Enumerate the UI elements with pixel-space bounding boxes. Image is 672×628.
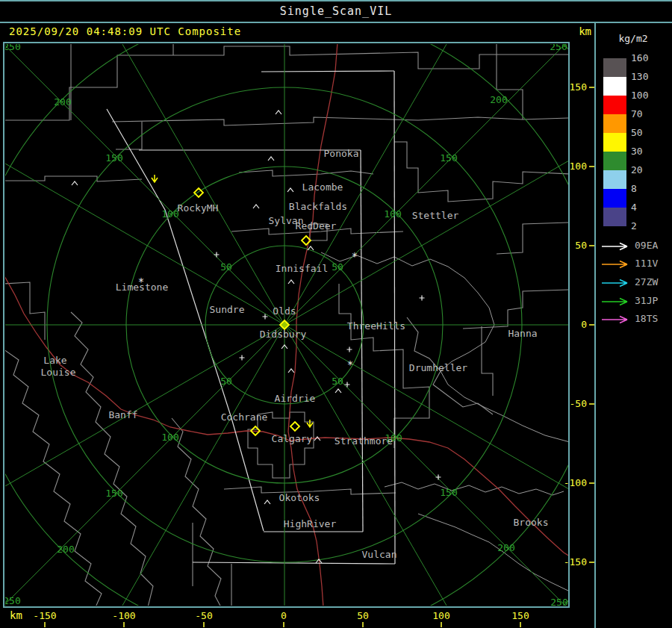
radial-line (0, 120, 284, 325)
legend-color-box (603, 170, 626, 189)
ring-distance-label: 250 (3, 595, 20, 606)
river-line (321, 252, 570, 442)
caret-marker (264, 500, 270, 504)
city-label: HighRiver (284, 518, 337, 529)
plus-marker (420, 296, 425, 301)
ring-distance-label: 250 (550, 597, 567, 608)
city-label: Banff (108, 409, 137, 420)
city-label: Stettler (412, 210, 459, 221)
ring-distance-label: 50 (220, 261, 232, 273)
plus-marker (240, 355, 245, 361)
ring-distance-label: 200 (57, 544, 74, 555)
legend-tick-value: 100 (631, 90, 668, 102)
legend-tick-value: 8 (631, 183, 668, 195)
storm-arrow-marker (307, 420, 313, 427)
legend-unit-label: kg/m2 (596, 33, 671, 44)
ring-distance-label: 150 (440, 152, 457, 164)
city-label: Innisfail (276, 263, 328, 274)
plus-marker (345, 382, 350, 388)
city-label: Drumheller (409, 362, 467, 373)
asterisk-marker: * (347, 358, 353, 370)
right-axis-tick-label: 0 (581, 319, 587, 330)
right-axis-unit-label: km (567, 25, 591, 37)
radar-arrow-icon (600, 314, 635, 325)
city-label: RedDeer (296, 220, 337, 231)
radial-line (284, 0, 489, 325)
plus-marker (436, 475, 441, 480)
coverage-outline (394, 71, 395, 564)
ring-distance-label: 150 (105, 488, 122, 499)
radial-line (284, 325, 639, 529)
legend-divider-line (594, 22, 596, 628)
radar-id-label: 27ZW (635, 277, 671, 287)
site-diamond-marker (290, 422, 299, 431)
ring-distance-label: 200 (490, 94, 507, 105)
county-boundary (497, 223, 570, 254)
bottom-axis-tick-label: 150 (511, 610, 529, 621)
legend-arrow-row (600, 314, 635, 324)
county-boundary (172, 418, 221, 607)
ring-distance-label: 50 (332, 261, 343, 273)
legend-color-box (603, 133, 626, 152)
right-axis-tick-label: 100 (570, 161, 587, 172)
coverage-outline (261, 71, 394, 72)
asterisk-marker: * (138, 276, 144, 287)
caret-marker (72, 181, 78, 185)
bottom-axis-tick-label: 50 (357, 610, 369, 621)
city-label: ThreeHills (347, 320, 405, 332)
radar-viewer-window: Single_Scan_VIL 2025/09/20 04:48:09 UTC … (0, 0, 672, 628)
storm-arrow-marker (152, 175, 158, 182)
county-boundary (482, 326, 493, 396)
legend-color-box (603, 114, 626, 133)
legend-color-box (603, 58, 626, 77)
radar-id-label: 18TS (635, 314, 671, 324)
legend-color-box (603, 152, 626, 170)
legend-arrow-row (600, 258, 635, 269)
city-label: RockyMH (178, 202, 219, 214)
county-boundary (463, 290, 570, 329)
caret-marker (335, 389, 341, 393)
legend-tick-value: 2 (631, 220, 668, 232)
scan-timestamp: 2025/09/20 04:48:09 UTC Composite (9, 25, 241, 37)
radial-line (284, 36, 573, 325)
city-label: Lake (43, 355, 66, 366)
city-label: Blackfalds (289, 201, 347, 212)
ring-distance-label: 150 (440, 487, 457, 498)
legend-tick-value: 50 (631, 127, 668, 139)
county-boundary (71, 312, 153, 607)
asterisk-marker: * (352, 250, 358, 262)
right-axis-tick-label: -150 (564, 556, 587, 568)
ring-distance-label: 50 (220, 376, 232, 387)
bottom-axis-unit-label: km (10, 609, 22, 621)
caret-marker (268, 157, 274, 161)
plus-marker (347, 347, 352, 352)
caret-marker (308, 246, 314, 250)
city-label: Sundre (210, 304, 245, 315)
city-label: Strathmore (335, 435, 393, 447)
ring-distance-label: 50 (332, 376, 343, 387)
city-label: Brooks (514, 517, 549, 528)
city-label: Okotoks (279, 492, 320, 503)
city-label: Lacombe (302, 181, 343, 193)
county-boundary (239, 170, 373, 176)
plus-marker (214, 252, 220, 258)
ring-distance-label: 100 (161, 208, 178, 220)
right-axis-tick-label: -100 (564, 477, 587, 488)
caret-marker (276, 111, 281, 114)
radar-arrow-icon (600, 296, 635, 307)
ring-distance-label: 200 (497, 542, 514, 553)
legend-arrow-row (600, 240, 635, 251)
city-label: Ponoka (324, 148, 359, 159)
bottom-axis-tick-label: 100 (432, 610, 449, 621)
radar-id-label: 31JP (635, 296, 671, 306)
map-content-layer: 5050505010010010010015015015015020020020… (0, 0, 672, 628)
city-label: Cochrane (221, 411, 268, 423)
bottom-axis-tick-label: 0 (281, 610, 287, 621)
city-label: Vulcan (362, 549, 397, 560)
legend-arrow-row (600, 296, 635, 306)
right-axis-tick-label: -50 (570, 398, 587, 409)
legend-color-box (603, 96, 626, 114)
radar-arrow-icon (600, 278, 635, 288)
legend-color-box (603, 189, 626, 208)
range-ring (0, 0, 672, 628)
